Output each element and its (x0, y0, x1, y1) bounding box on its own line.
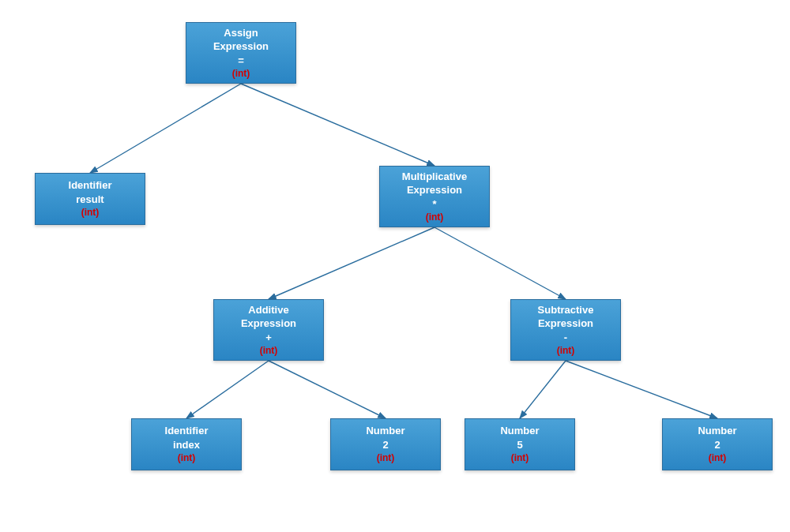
node-type: (int) (232, 67, 250, 80)
node-label: index (173, 438, 200, 452)
node-type: (int) (81, 206, 100, 219)
node-type: (int) (709, 451, 727, 464)
node-label: Number (500, 424, 539, 438)
node-label: Expression (213, 39, 269, 54)
node-label: Subtractive (538, 303, 594, 317)
edge-line (186, 361, 269, 418)
node-label: Number (698, 424, 736, 438)
node-label: 5 (517, 438, 522, 452)
node-label: Assign (224, 26, 258, 40)
node-multiplicative-expression: Multiplicative Expression * (int) (379, 166, 490, 227)
node-label: Identifier (165, 424, 209, 438)
node-label: Identifier (69, 178, 112, 193)
edge-line (520, 361, 566, 418)
node-operator: = (238, 54, 244, 68)
node-type: (int) (511, 451, 529, 464)
node-subtractive-expression: Subtractive Expression - (int) (510, 299, 621, 361)
edge-line (434, 227, 566, 299)
node-label: 2 (714, 438, 720, 452)
node-label: Expression (538, 317, 593, 331)
node-number-c: Number 2 (int) (662, 418, 773, 470)
node-label: result (76, 193, 103, 207)
edge-line (566, 361, 717, 418)
edge-line (269, 361, 386, 418)
node-number-b: Number 5 (int) (465, 418, 575, 470)
node-operator: * (432, 197, 436, 212)
node-assign-expression: Assign Expression = (int) (186, 22, 296, 84)
node-label: Expression (407, 183, 462, 197)
node-operator: - (564, 331, 567, 345)
node-identifier-result: Identifier result (int) (35, 173, 145, 225)
node-label: Number (366, 424, 404, 438)
node-type: (int) (377, 451, 395, 464)
edge-line (90, 84, 241, 173)
node-operator: + (265, 331, 272, 345)
node-label: 2 (382, 438, 388, 452)
node-label: Multiplicative (402, 170, 467, 184)
node-type: (int) (426, 211, 444, 223)
node-type: (int) (557, 344, 575, 357)
node-type: (int) (178, 451, 196, 464)
node-additive-expression: Additive Expression + (int) (213, 299, 324, 361)
node-label: Additive (248, 303, 288, 317)
edge-line (269, 227, 434, 299)
edge-line (241, 84, 434, 166)
node-identifier-index: Identifier index (int) (131, 418, 242, 470)
node-number-a: Number 2 (int) (330, 418, 441, 470)
node-type: (int) (260, 344, 278, 357)
node-label: Expression (241, 317, 296, 331)
